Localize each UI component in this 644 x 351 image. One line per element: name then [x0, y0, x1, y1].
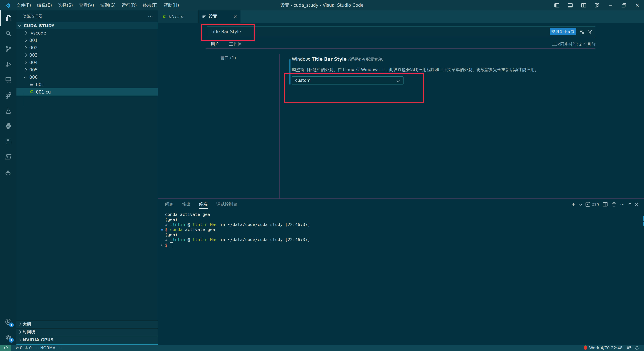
- menu-item-1[interactable]: 编辑(E): [34, 0, 55, 10]
- settings-gear-icon[interactable]: 1: [0, 329, 16, 345]
- tree-item-001[interactable]: 001: [16, 36, 158, 44]
- setting-label: Title Bar Style: [312, 56, 347, 61]
- tree-item-.vscode[interactable]: .vscode: [16, 29, 158, 36]
- tree-item-005[interactable]: 005: [16, 66, 158, 73]
- pomodoro-status[interactable]: Work 4/70 22:48: [584, 346, 622, 350]
- remote-indicator[interactable]: [0, 345, 12, 351]
- maximize-icon[interactable]: [617, 0, 630, 10]
- terminal-text: conda: [170, 227, 183, 232]
- run-debug-icon[interactable]: [0, 57, 16, 72]
- terminal-text: $: [165, 227, 170, 232]
- menu-item-2[interactable]: 选择(S): [55, 0, 76, 10]
- notebook-icon[interactable]: [0, 134, 16, 149]
- remote-explorer-icon[interactable]: [0, 72, 16, 87]
- tree-item-002[interactable]: 002: [16, 44, 158, 51]
- chevron-right-icon: [18, 338, 21, 341]
- extensions-icon[interactable]: [0, 87, 16, 103]
- tree-item-label: 006: [29, 75, 38, 80]
- tree-item-cudastudy[interactable]: CUDA_STUDY: [16, 22, 158, 29]
- menu-item-5[interactable]: 运行(R): [118, 0, 140, 10]
- chevron-right-icon: [24, 68, 27, 71]
- more-actions-icon[interactable]: ⋯: [148, 13, 153, 19]
- chevron-down-icon: [18, 23, 21, 26]
- explorer-icon[interactable]: [0, 10, 16, 26]
- tree-item-label: 004: [29, 60, 38, 65]
- terminal-text: tlntin-Mac: [192, 237, 218, 242]
- close-window-icon[interactable]: ✕: [630, 0, 644, 10]
- panel-tab[interactable]: 终端: [195, 199, 212, 210]
- scope-separator: [206, 48, 595, 49]
- accounts-icon[interactable]: 1: [0, 314, 16, 329]
- tree-item-001[interactable]: ≡001: [16, 81, 158, 88]
- toggle-panel-icon[interactable]: [564, 0, 577, 10]
- tab-label: 设置: [209, 13, 217, 20]
- terminal-text: @: [185, 237, 192, 242]
- status-bar: ⊘0 ⚠0 -- NORMAL -- Work 4/70 22:48: [0, 345, 644, 351]
- docker-icon[interactable]: [0, 165, 16, 180]
- tab-bar: C 001.cu 设置 ×: [158, 10, 644, 23]
- tree-item-label: 003: [29, 52, 38, 57]
- command-decoration-circle: [161, 244, 163, 246]
- terminal-line: (gea): [165, 232, 634, 237]
- tab-001cu[interactable]: C 001.cu: [158, 10, 198, 23]
- terminal-text: conda activate gea: [165, 212, 210, 217]
- toggle-secondary-sidebar-icon[interactable]: [577, 0, 590, 10]
- customize-layout-icon[interactable]: [590, 0, 604, 10]
- maximize-panel-icon[interactable]: [629, 203, 631, 205]
- kill-terminal-icon[interactable]: [611, 202, 616, 207]
- split-terminal-icon[interactable]: [602, 202, 608, 207]
- menu-item-4[interactable]: 转到(G): [97, 0, 118, 10]
- tree-item-006[interactable]: 006: [16, 73, 158, 81]
- menu-item-0[interactable]: 文件(F): [14, 0, 34, 10]
- source-control-icon[interactable]: [0, 41, 16, 57]
- scope-tab-workspace[interactable]: 工作区: [229, 41, 242, 47]
- tree-item-001.cu[interactable]: C001.cu: [16, 88, 158, 95]
- notifications-bell-icon[interactable]: [634, 346, 639, 350]
- chevron-right-icon: [24, 61, 27, 64]
- clear-filters-icon[interactable]: [579, 29, 584, 34]
- toggle-sidebar-icon[interactable]: [550, 0, 564, 10]
- search-icon[interactable]: [0, 26, 16, 41]
- panel-more-icon[interactable]: ⋯: [620, 201, 625, 207]
- terminal-view-icon[interactable]: [0, 149, 16, 165]
- terminal-text: activate gea: [182, 227, 215, 232]
- terminal-line: conda activate gea: [165, 212, 634, 217]
- tree-item-label: 001: [29, 38, 38, 43]
- search-controls: 找到 1 个设置: [550, 28, 592, 35]
- terminal-text: tlntin: [170, 222, 185, 227]
- close-panel-icon[interactable]: ×: [634, 201, 639, 207]
- panel-tab[interactable]: 输出: [178, 199, 195, 210]
- minimize-icon[interactable]: ─: [604, 0, 617, 10]
- testing-icon[interactable]: [0, 103, 16, 118]
- filter-funnel-icon[interactable]: [587, 29, 592, 34]
- panel-tab[interactable]: 问题: [161, 199, 178, 210]
- menu-bar: 文件(F)编辑(E)选择(S)查看(V)转到(G)运行(R)终端(T)帮助(H): [14, 0, 182, 10]
- toc-item-window[interactable]: 窗口 (1): [220, 55, 236, 61]
- terminal-dropdown-icon[interactable]: [580, 203, 582, 205]
- tree-item-004[interactable]: 004: [16, 59, 158, 66]
- tree-item-003[interactable]: 003: [16, 51, 158, 59]
- menu-item-7[interactable]: 帮助(H): [161, 0, 182, 10]
- warning-icon: ⚠: [25, 346, 28, 350]
- settings-editor-icon: [202, 14, 206, 19]
- sidebar-section-2[interactable]: NVIDIA GPUS: [16, 336, 158, 344]
- feedback-icon[interactable]: [626, 346, 631, 350]
- problems-status[interactable]: ⊘0 ⚠0: [16, 346, 32, 350]
- settings-search-input[interactable]: title Bar Style 找到 1 个设置: [206, 26, 595, 37]
- terminal-line: # tlntin @ tlntin-Mac in ~/data/code/cud…: [165, 237, 634, 242]
- terminal-output[interactable]: conda activate gea(gea)# tlntin @ tlntin…: [165, 212, 634, 248]
- scope-tab-user[interactable]: 用户: [211, 41, 219, 47]
- python-icon[interactable]: [0, 118, 16, 134]
- close-tab-icon[interactable]: ×: [233, 14, 237, 19]
- menu-item-6[interactable]: 终端(T): [140, 0, 161, 10]
- sidebar-section-1[interactable]: 时间线: [16, 328, 158, 336]
- new-terminal-icon[interactable]: ＋: [571, 201, 576, 208]
- explorer-sidebar: 资源管理器 ⋯ CUDA_STUDY.vscode001002003004005…: [16, 10, 158, 345]
- menu-item-3[interactable]: 查看(V): [76, 0, 97, 10]
- tab-label: 001.cu: [168, 14, 183, 19]
- sidebar-section-0[interactable]: 大纲: [16, 320, 158, 328]
- tab-settings[interactable]: 设置 ×: [198, 10, 240, 23]
- shell-icon[interactable]: zsh: [586, 202, 599, 207]
- terminal-text: (gea): [165, 232, 178, 237]
- panel-tab[interactable]: 调试控制台: [212, 199, 242, 210]
